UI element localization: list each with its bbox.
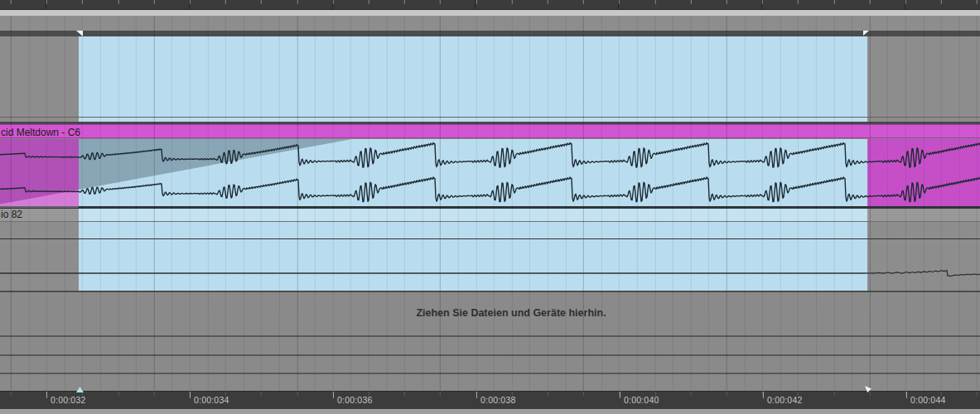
ruler-tick bbox=[476, 392, 477, 398]
arrangement-view: cid Meltdown - C6 io 82 Ziehen Sie Datei… bbox=[0, 0, 980, 414]
upper-track-lane[interactable] bbox=[0, 17, 980, 31]
ruler-tick bbox=[333, 392, 334, 398]
ruler-tick bbox=[190, 392, 191, 398]
track2-lane[interactable] bbox=[0, 222, 980, 291]
ruler-time-label: 0:00:036 bbox=[337, 395, 372, 405]
track2-title-label: io 82 bbox=[1, 209, 22, 220]
ruler-tick bbox=[906, 392, 907, 398]
drop-hint-text: Ziehen Sie Dateien und Geräte hierhin. bbox=[416, 307, 606, 319]
clip-title-bar[interactable]: cid Meltdown - C6 bbox=[0, 124, 980, 138]
clip-title-label: cid Meltdown - C6 bbox=[1, 127, 80, 138]
horizontal-scrollbar[interactable] bbox=[0, 10, 980, 17]
ruler-tick bbox=[763, 392, 764, 398]
audio-clip-waveform-lane[interactable] bbox=[0, 139, 980, 206]
ruler-time-label: 0:00:034 bbox=[194, 395, 229, 405]
empty-band[interactable] bbox=[0, 356, 980, 373]
ruler-time-label: 0:00:040 bbox=[624, 395, 659, 405]
ruler-tick bbox=[620, 392, 620, 398]
overview-strip[interactable] bbox=[0, 0, 980, 10]
ruler-time-label: 0:00:042 bbox=[767, 395, 802, 405]
ruler-time-label: 0:00:044 bbox=[910, 395, 945, 405]
bottom-strip bbox=[0, 409, 980, 414]
empty-band[interactable] bbox=[0, 337, 980, 354]
empty-band[interactable] bbox=[0, 374, 980, 391]
ruler-time-label: 0:00:032 bbox=[51, 395, 85, 405]
track2-clip-title-bar[interactable]: io 82 bbox=[0, 209, 980, 221]
track-divider bbox=[0, 31, 980, 36]
ruler-tick bbox=[46, 392, 47, 398]
ruler[interactable]: 0:00:0320:00:0340:00:0360:00:0380:00:040… bbox=[0, 391, 980, 409]
empty-track-lane[interactable] bbox=[0, 36, 980, 117]
ruler-time-label: 0:00:038 bbox=[480, 395, 515, 405]
